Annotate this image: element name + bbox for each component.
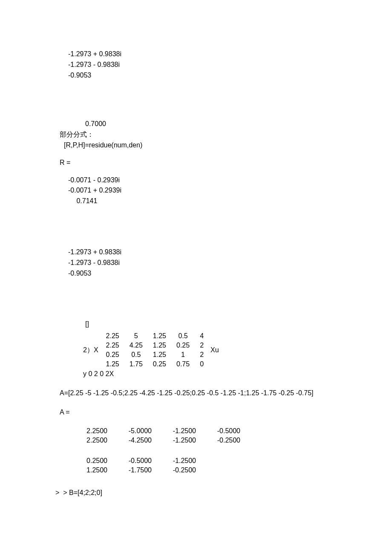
top-value-2: -1.2973 - 0.9838i [0, 60, 392, 70]
isolated-value: 0.7000 [0, 119, 392, 129]
R-value-3: 0.7141 [0, 196, 392, 207]
y-line: y 0 2 0 2X [0, 369, 392, 380]
table-row: 2.25 4.25 1.25 0.25 2 [101, 341, 209, 350]
R-value-1: -0.0071 - 0.2939i [0, 175, 392, 186]
top-value-1: -1.2973 + 0.9838i [0, 49, 392, 60]
top-value-3: -0.9053 [0, 70, 392, 81]
table-row: 2.25 5 1.25 0.5 4 [101, 331, 209, 341]
table-row: 2.2500 -5.0000 -1.2500 -0.5000 [72, 426, 250, 436]
P-value-2: -1.2973 - 0.9838i [0, 258, 392, 268]
table-row: 0.25 0.5 1.25 1 2 [101, 350, 209, 359]
empty-brackets: [] [0, 319, 392, 330]
A-matrix-table: 2.2500 -5.0000 -1.2500 -0.5000 2.2500 -4… [72, 426, 250, 475]
matrix-table: 2.25 5 1.25 0.5 4 2.25 4.25 1.25 0.25 2 … [101, 331, 209, 369]
table-row: 0.2500 -0.5000 -1.2500 [72, 456, 250, 466]
matrix-index-label: 2）X [83, 346, 98, 355]
partial-fraction-label: 部分分式： [0, 129, 392, 140]
table-row: 1.2500 -1.7500 -0.2500 [72, 466, 250, 475]
residue-call: [R,P,H]=residue(num,den) [0, 140, 392, 151]
A-assignment: A=[2.25 -5 -1.25 -0.5;2.25 -4.25 -1.25 -… [0, 388, 392, 399]
R-label: R = [0, 158, 392, 168]
table-row: 2.2500 -4.2500 -1.2500 -0.2500 [72, 436, 250, 445]
A-label: A = [0, 407, 392, 418]
P-value-3: -0.9053 [0, 268, 392, 279]
P-value-1: -1.2973 + 0.9838i [0, 247, 392, 258]
table-row: 1.25 1.75 0.25 0.75 0 [101, 359, 209, 369]
matrix-block: 2）X 2.25 5 1.25 0.5 4 2.25 4.25 1.25 0.2… [0, 331, 392, 369]
matrix-right-label: Xu [210, 346, 219, 354]
R-value-2: -0.0071 + 0.2939i [0, 185, 392, 196]
B-assignment: > > B=[4;2;2;0] [0, 488, 392, 498]
